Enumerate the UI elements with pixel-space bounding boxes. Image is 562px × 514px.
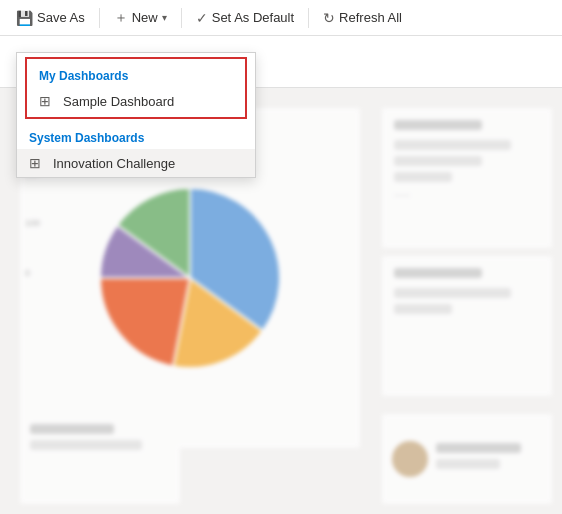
toolbar: 💾 Save As ＋ New ▾ ✓ Set As Default ↻ Ref… (0, 0, 562, 36)
set-as-default-label: Set As Default (212, 10, 294, 25)
new-button[interactable]: ＋ New ▾ (106, 5, 175, 31)
right-card-1-value: —— (394, 190, 540, 199)
grid-icon-innovation: ⊞ (29, 155, 45, 171)
system-dashboards-header: System Dashboards (17, 123, 255, 149)
refresh-all-button[interactable]: ↻ Refresh All (315, 6, 410, 30)
set-as-default-button[interactable]: ✓ Set As Default (188, 6, 302, 30)
save-icon: 💾 (16, 10, 33, 26)
contributor-text (436, 443, 542, 475)
innovation-challenge-item[interactable]: ⊞ Innovation Challenge (17, 149, 255, 177)
right-card-2 (382, 256, 552, 396)
new-label: New (132, 10, 158, 25)
innovation-challenge-label: Innovation Challenge (53, 156, 175, 171)
right-card-1: —— (382, 108, 552, 248)
sample-dashboard-label: Sample Dashboard (63, 94, 174, 109)
avatar (392, 441, 428, 477)
bottom-row (20, 414, 180, 504)
grid-icon-sample: ⊞ (39, 93, 55, 109)
separator-2 (181, 8, 182, 28)
refresh-icon: ↻ (323, 10, 335, 26)
my-dashboards-section: My Dashboards ⊞ Sample Dashboard (25, 57, 247, 119)
plus-icon: ＋ (114, 9, 128, 27)
new-chevron-icon: ▾ (162, 12, 167, 23)
save-as-button[interactable]: 💾 Save As (8, 6, 93, 30)
right-panel: —— (382, 108, 552, 404)
sample-dashboard-item[interactable]: ⊞ Sample Dashboard (27, 87, 245, 115)
dashboard-dropdown: My Dashboards ⊞ Sample Dashboard System … (16, 52, 256, 178)
separator-1 (99, 8, 100, 28)
bottom-card-right (382, 414, 552, 504)
save-as-label: Save As (37, 10, 85, 25)
pie-chart (90, 178, 290, 378)
my-dashboards-header: My Dashboards (27, 61, 245, 87)
bottom-card-left (20, 414, 180, 504)
checkmark-icon: ✓ (196, 10, 208, 26)
separator-3 (308, 8, 309, 28)
refresh-all-label: Refresh All (339, 10, 402, 25)
